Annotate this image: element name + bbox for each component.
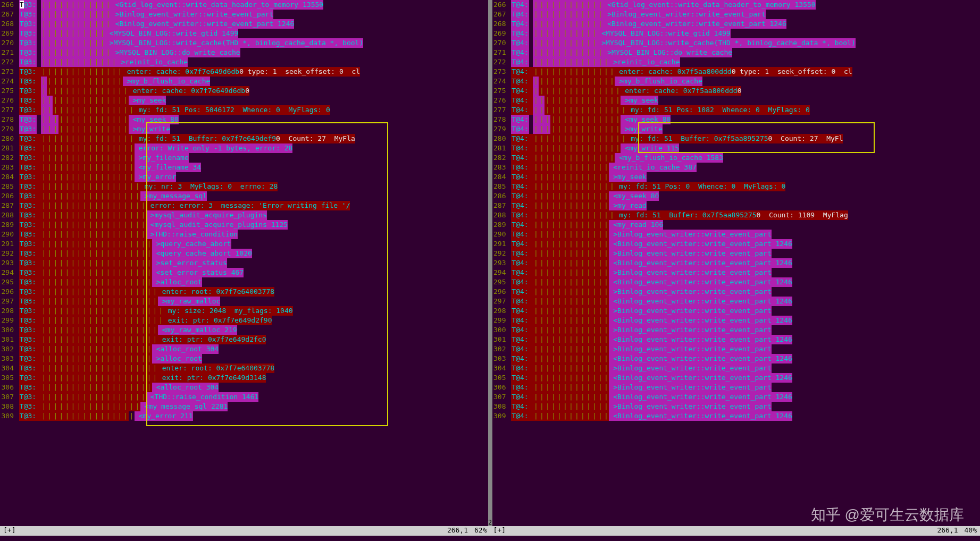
code-line[interactable]: 286 T@3: ||||||||||||||||| >my_message_s…: [0, 191, 488, 201]
code-line[interactable]: 285 T@3: ||||||||||||||||| my: nr: 3 MyF…: [0, 182, 488, 191]
code-line[interactable]: 286 T@4: ||||||||||||| <my_seek 80: [492, 191, 981, 201]
line-number: 306: [0, 383, 15, 392]
code-line[interactable]: 293 T@4: ||||||||||||| <Binlog_event_wri…: [492, 258, 981, 268]
code-line[interactable]: 271 T@3: |||||||||||| >MYSQL_BIN_LOG::do…: [0, 48, 488, 57]
code-line[interactable]: 279 T@3: ||||||||||||||| >my_write: [0, 124, 488, 134]
code-line[interactable]: 290 T@3: |||||||||||||||||| >THD::raise_…: [0, 230, 488, 239]
code-line[interactable]: 283 T@3: |||||||||||||||| <my_filename 3…: [0, 163, 488, 172]
code-line[interactable]: 266 T@4: |||||||||||| <Gtid_log_event::w…: [492, 0, 981, 10]
code-line[interactable]: 270 T@4: ||||||||||| >MYSQL_BIN_LOG::wri…: [492, 38, 981, 48]
code-line[interactable]: 301 T@4: ||||||||||||| <Binlog_event_wri…: [492, 335, 981, 344]
code-line[interactable]: 278 T@4: ||||||||||||||| <my_seek 80: [492, 115, 981, 124]
code-line[interactable]: 303 T@3: ||||||||||||||||||| >alloc_root: [0, 354, 488, 364]
code-line[interactable]: 283 T@4: ||||||||||||| <reinit_io_cache …: [492, 163, 981, 172]
code-line[interactable]: 273 T@3: |||||||||||||| enter: cache: 0x…: [0, 67, 488, 77]
code-line[interactable]: 306 T@3: ||||||||||||||||||| <alloc_root…: [0, 383, 488, 392]
code-line[interactable]: 274 T@4: |||||||||||||| >my_b_flush_io_c…: [492, 77, 981, 86]
code-line[interactable]: 300 T@3: |||||||||||||||||||| <my_raw_ma…: [0, 325, 488, 335]
code-line[interactable]: 287 T@4: ||||||||||||| >my_read: [492, 201, 981, 210]
code-line[interactable]: 308 T@3: ||||||||||||||||| <my_message_s…: [0, 402, 488, 411]
code-line[interactable]: 294 T@4: ||||||||||||| >Binlog_event_wri…: [492, 268, 981, 277]
line-content: <my_raw_malloc 219: [162, 325, 237, 335]
code-line[interactable]: 304 T@4: ||||||||||||| >Binlog_event_wri…: [492, 364, 981, 373]
code-line[interactable]: 289 T@3: |||||||||||||||||| <mysql_audit…: [0, 220, 488, 230]
code-line[interactable]: 278 T@3: ||||||||||||||| <my_seek 80: [0, 115, 488, 124]
code-line[interactable]: 307 T@4: ||||||||||||| <Binlog_event_wri…: [492, 392, 981, 402]
code-line[interactable]: 275 T@4: ||||||||||||||| enter: cache: 0…: [492, 86, 981, 96]
line-number: 303: [492, 354, 507, 364]
code-line[interactable]: 292 T@4: ||||||||||||| >Binlog_event_wri…: [492, 249, 981, 258]
code-line[interactable]: 307 T@3: |||||||||||||||||| <THD::raise_…: [0, 392, 488, 402]
code-line[interactable]: 282 T@3: |||||||||||||||| >my_filename: [0, 153, 488, 163]
line-number: 306: [492, 383, 507, 392]
code-line[interactable]: 299 T@3: ||||||||||||||||||||| exit: ptr…: [0, 316, 488, 325]
code-line[interactable]: 269 T@3: ||||||||||| <MYSQL_BIN_LOG::wri…: [0, 29, 488, 38]
code-line[interactable]: 267 T@4: |||||||||||| >Binlog_event_writ…: [492, 10, 981, 19]
code-line[interactable]: 295 T@4: ||||||||||||| <Binlog_event_wri…: [492, 277, 981, 287]
line-number: 292: [0, 249, 15, 258]
code-line[interactable]: 276 T@3: ||||||||||||||| >my_seek: [0, 96, 488, 105]
code-line[interactable]: 296 T@3: |||||||||||||||||||| enter: roo…: [0, 287, 488, 297]
code-line[interactable]: 298 T@4: ||||||||||||| >Binlog_event_wri…: [492, 306, 981, 316]
code-line[interactable]: 281 T@3: |||||||||||||||| error: Write o…: [0, 143, 488, 153]
pane-divider[interactable]: 2: [488, 0, 492, 526]
code-line[interactable]: 273 T@4: |||||||||||||| enter: cache: 0x…: [492, 67, 981, 77]
code-line[interactable]: 298 T@3: ||||||||||||||||||||| my: size:…: [0, 306, 488, 316]
code-line[interactable]: 291 T@3: ||||||||||||||||||| >query_cach…: [0, 239, 488, 249]
right-pane[interactable]: 266 T@4: |||||||||||| <Gtid_log_event::w…: [492, 0, 981, 526]
code-line[interactable]: 288 T@4: |||||||||||||| my: fd: 51 Buffe…: [492, 210, 981, 220]
left-pane[interactable]: 266 T@3: |||||||||||| <Gtid_log_event::w…: [0, 0, 488, 526]
code-line[interactable]: 305 T@3: |||||||||||||||||||| exit: ptr:…: [0, 373, 488, 383]
code-line[interactable]: 280 T@3: |||||||||||||||| my: fd: 51 Buf…: [0, 134, 488, 143]
code-line[interactable]: 300 T@4: ||||||||||||| >Binlog_event_wri…: [492, 325, 981, 335]
code-line[interactable]: 309 T@3: |||||||||||||||| <my_error 211: [0, 411, 488, 421]
code-line[interactable]: 302 T@4: ||||||||||||| >Binlog_event_wri…: [492, 344, 981, 354]
code-line[interactable]: 269 T@4: ||||||||||| <MYSQL_BIN_LOG::wri…: [492, 29, 981, 38]
code-line[interactable]: 299 T@4: ||||||||||||| <Binlog_event_wri…: [492, 316, 981, 325]
code-line[interactable]: 292 T@3: ||||||||||||||||||| <query_cach…: [0, 249, 488, 258]
code-line[interactable]: 288 T@3: |||||||||||||||||| >mysql_audit…: [0, 210, 488, 220]
code-line[interactable]: 277 T@3: |||||||||||||||| my: fd: 51 Pos…: [0, 105, 488, 115]
code-line[interactable]: 295 T@3: ||||||||||||||||||| >alloc_root: [0, 277, 488, 287]
code-line[interactable]: 293 T@3: ||||||||||||||||||| >set_error_…: [0, 258, 488, 268]
code-line[interactable]: 267 T@3: |||||||||||| >Binlog_event_writ…: [0, 10, 488, 19]
code-line[interactable]: 297 T@4: ||||||||||||| <Binlog_event_wri…: [492, 297, 981, 306]
code-line[interactable]: 274 T@3: |||||||||||||| >my_b_flush_io_c…: [0, 77, 488, 86]
code-line[interactable]: 266 T@3: |||||||||||| <Gtid_log_event::w…: [0, 0, 488, 10]
code-line[interactable]: 308 T@4: ||||||||||||| >Binlog_event_wri…: [492, 402, 981, 411]
code-line[interactable]: 282 T@4: |||||||||||||| <my_b_flush_io_c…: [492, 153, 981, 163]
code-line[interactable]: 291 T@4: ||||||||||||| <Binlog_event_wri…: [492, 239, 981, 249]
code-line[interactable]: 268 T@3: |||||||||||| <Binlog_event_writ…: [0, 19, 488, 29]
thread-label: T@3:: [19, 182, 37, 191]
code-line[interactable]: 281 T@4: ||||||||||||||| <my_write 115: [492, 143, 981, 153]
line-content: error: Write only -1 bytes, error: 28: [139, 143, 293, 153]
code-line[interactable]: 271 T@4: |||||||||||| >MYSQL_BIN_LOG::do…: [492, 48, 981, 57]
line-number: 290: [492, 230, 507, 239]
code-line[interactable]: 289 T@4: ||||||||||||| <my_read 106: [492, 220, 981, 230]
code-line[interactable]: 290 T@4: ||||||||||||| >Binlog_event_wri…: [492, 230, 981, 239]
line-content: >alloc_root: [156, 277, 202, 287]
code-line[interactable]: 279 T@4: ||||||||||||||| >my_write: [492, 124, 981, 134]
code-line[interactable]: 268 T@4: |||||||||||| <Binlog_event_writ…: [492, 19, 981, 29]
code-line[interactable]: 277 T@4: |||||||||||||||| my: fd: 51 Pos…: [492, 105, 981, 115]
code-line[interactable]: 309 T@4: ||||||||||||| <Binlog_event_wri…: [492, 411, 981, 421]
code-line[interactable]: 296 T@4: ||||||||||||| >Binlog_event_wri…: [492, 287, 981, 297]
code-line[interactable]: 276 T@4: ||||||||||||||| >my_seek: [492, 96, 981, 105]
code-line[interactable]: 303 T@4: ||||||||||||| <Binlog_event_wri…: [492, 354, 981, 364]
code-line[interactable]: 272 T@3: ||||||||||||| >reinit_io_cache: [0, 57, 488, 67]
code-line[interactable]: 284 T@4: ||||||||||||| >my_seek: [492, 172, 981, 182]
code-line[interactable]: 302 T@3: ||||||||||||||||||| <alloc_root…: [0, 344, 488, 354]
code-line[interactable]: 287 T@3: |||||||||||||||||| error: error…: [0, 201, 488, 210]
code-line[interactable]: 304 T@3: |||||||||||||||||||| enter: roo…: [0, 364, 488, 373]
code-line[interactable]: 305 T@4: ||||||||||||| <Binlog_event_wri…: [492, 373, 981, 383]
code-line[interactable]: 285 T@4: |||||||||||||| my: fd: 51 Pos: …: [492, 182, 981, 191]
code-line[interactable]: 284 T@3: |||||||||||||||| >my_error: [0, 172, 488, 182]
code-line[interactable]: 272 T@4: ||||||||||||| >reinit_io_cache: [492, 57, 981, 67]
code-line[interactable]: 294 T@3: ||||||||||||||||||| <set_error_…: [0, 268, 488, 277]
code-line[interactable]: 280 T@4: |||||||||||||||| my: fd: 51 Buf…: [492, 134, 981, 143]
code-line[interactable]: 301 T@3: |||||||||||||||||||| exit: ptr:…: [0, 335, 488, 344]
code-line[interactable]: 270 T@3: ||||||||||| >MYSQL_BIN_LOG::wri…: [0, 38, 488, 48]
code-line[interactable]: 306 T@4: ||||||||||||| >Binlog_event_wri…: [492, 383, 981, 392]
code-line[interactable]: 297 T@3: |||||||||||||||||||| >my_raw_ma…: [0, 297, 488, 306]
code-line[interactable]: 275 T@3: ||||||||||||||| enter: cache: 0…: [0, 86, 488, 96]
